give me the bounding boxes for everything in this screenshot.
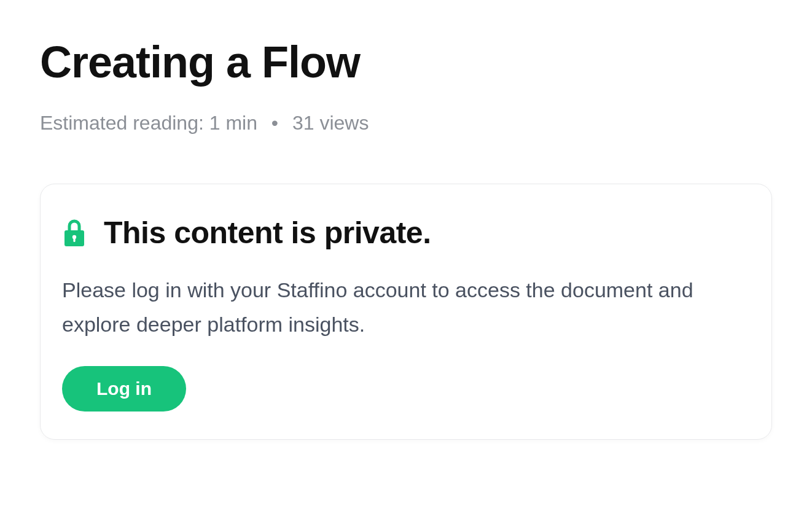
- meta-row: Estimated reading: 1 min • 31 views: [40, 112, 772, 135]
- private-card-description: Please log in with your Staffino account…: [62, 273, 750, 341]
- card-title-row: This content is private.: [62, 215, 750, 251]
- private-content-card: This content is private. Please log in w…: [40, 184, 772, 440]
- page-title: Creating a Flow: [40, 37, 772, 87]
- views-label: 31 views: [292, 112, 369, 134]
- login-button[interactable]: Log in: [62, 366, 186, 412]
- meta-separator: •: [271, 112, 278, 134]
- lock-icon: [62, 218, 87, 248]
- reading-time-label: Estimated reading: 1 min: [40, 112, 257, 134]
- svg-rect-2: [73, 238, 75, 242]
- private-card-title: This content is private.: [104, 215, 431, 251]
